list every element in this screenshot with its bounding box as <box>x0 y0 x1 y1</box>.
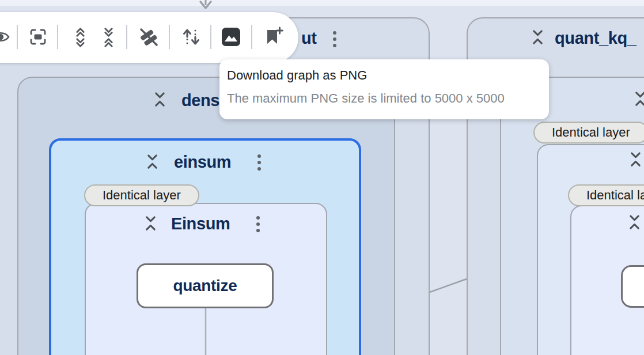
fit-to-screen-icon[interactable] <box>28 27 48 50</box>
edge-cross-group <box>430 279 467 292</box>
resize-vertical-icon[interactable] <box>181 27 202 50</box>
toolbar-separator <box>17 25 18 49</box>
collapse-layer-icon[interactable] <box>629 151 642 168</box>
group-title-outer-left: ut <box>301 29 317 48</box>
op-node-quantize[interactable]: quantize <box>137 263 274 308</box>
group-title-quant-kq: quant_kq_ <box>555 29 636 48</box>
toolbar-separator <box>251 25 252 49</box>
download-png-icon[interactable] <box>220 26 242 50</box>
collapse-layer-icon[interactable] <box>153 91 166 108</box>
toolbar-separator <box>57 25 58 49</box>
top-strip <box>0 0 644 6</box>
kebab-menu-icon[interactable] <box>256 216 260 233</box>
group-title-einsum: einsum <box>174 153 231 172</box>
flatten-layers-icon[interactable] <box>137 26 160 51</box>
toolbar-separator <box>169 25 170 49</box>
group-title-einsum-inner: Einsum <box>171 214 230 233</box>
op-node-label: quantize <box>173 277 237 295</box>
group-title-dense: dens <box>181 91 219 110</box>
collapse-layer-icon[interactable] <box>144 215 157 232</box>
visibility-icon[interactable] <box>0 27 10 49</box>
tooltip-title: Download graph as PNG <box>227 67 549 84</box>
identical-layer-badge: Identical layer <box>533 122 644 143</box>
identical-layer-badge: Identical layer <box>568 184 644 206</box>
collapse-layer-icon[interactable] <box>531 29 544 46</box>
collapse-all-layers-icon[interactable] <box>100 27 118 51</box>
download-png-tooltip: Download graph as PNG The maximum PNG si… <box>219 59 549 119</box>
collapse-layer-icon[interactable] <box>634 90 644 107</box>
kebab-menu-icon[interactable] <box>257 154 262 171</box>
add-bookmark-icon[interactable] <box>263 26 285 50</box>
toolbar-separator <box>210 25 211 49</box>
identical-layer-badge: Identical layer <box>84 184 199 206</box>
expand-all-layers-icon[interactable] <box>71 27 89 51</box>
kebab-menu-icon[interactable] <box>332 31 337 48</box>
tooltip-body: The maximum PNG size is limited to 5000 … <box>227 90 549 107</box>
op-node-right-partial[interactable] <box>621 265 644 308</box>
toolbar-separator <box>126 25 127 49</box>
collapse-layer-icon[interactable] <box>628 214 641 231</box>
collapse-layer-icon[interactable] <box>146 153 159 170</box>
